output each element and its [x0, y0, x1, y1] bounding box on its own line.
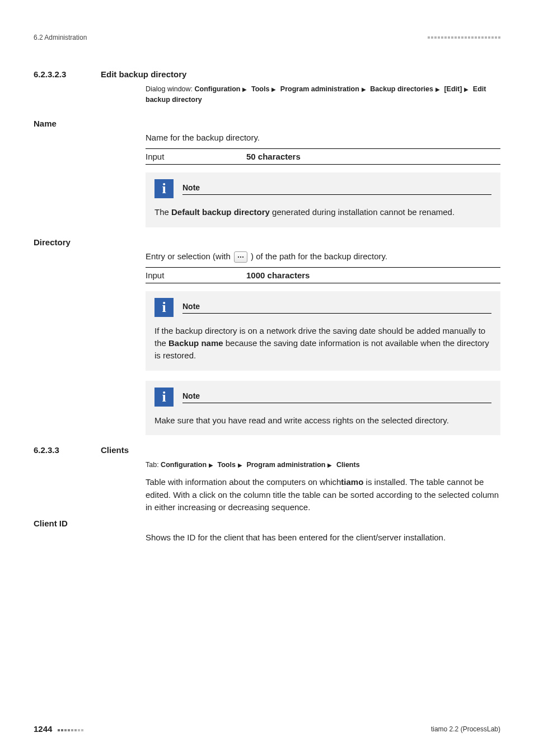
note-text-post: generated during installation cannot be … [270, 207, 455, 217]
dialog-window-path: Dialog window: Configuration▶ Tools▶ Pro… [146, 84, 500, 105]
product-name: tiamo 2.2 (ProcessLab) [431, 725, 500, 733]
triangle-icon: ▶ [433, 86, 442, 92]
name-description: Name for the backup directory. [146, 132, 500, 144]
info-icon-glyph: i [162, 390, 166, 404]
clients-body-bold: tiamo [341, 477, 363, 487]
note-box: i Note The Default backup directory gene… [146, 172, 500, 227]
tab-crumb-1: Tools [218, 461, 236, 469]
decorative-dots-icon [428, 36, 500, 39]
client-id-body: Shows the ID for the client that has bee… [146, 531, 500, 544]
info-icon: i [154, 298, 174, 317]
page-footer: 1244 tiamo 2.2 (ProcessLab) [34, 724, 500, 734]
input-spec-row: Input 1000 characters [146, 267, 500, 283]
triangle-icon: ▶ [359, 86, 368, 92]
note-body: If the backup directory is on a network … [154, 325, 491, 361]
input-spec-value: 50 characters [246, 152, 301, 161]
client-id-heading: Client ID [34, 519, 500, 528]
info-icon-glyph: i [162, 181, 166, 196]
directory-heading: Directory [34, 237, 500, 247]
section-title: Edit backup directory [101, 69, 186, 79]
directory-subsection: Directory Entry or selection (with ) of … [34, 237, 500, 436]
client-id-subsection: Client ID Shows the ID for the client th… [34, 519, 500, 544]
document-page: 6.2 Administration 6.2.3.2.3 Edit backup… [0, 0, 534, 756]
note-text-bold: Default backup directory [171, 207, 270, 217]
triangle-icon: ▶ [269, 86, 278, 92]
section-heading-row: 6.2.3.2.3 Edit backup directory [34, 69, 500, 80]
directory-description: Entry or selection (with ) of the path f… [146, 250, 500, 263]
triangle-icon: ▶ [325, 462, 334, 468]
note-title: Note [182, 391, 200, 400]
directory-desc-post: ) of the path for the backup directory. [251, 251, 387, 261]
tab-intro: Tab: [146, 461, 161, 469]
name-subsection: Name Name for the backup directory. Inpu… [34, 119, 500, 227]
note-box: i Note Make sure that you have read and … [146, 381, 500, 436]
input-spec-value: 1000 characters [246, 270, 310, 280]
footer-left: 1244 [34, 724, 83, 734]
triangle-icon: ▶ [462, 86, 471, 92]
name-heading: Name [34, 119, 500, 128]
input-spec-label: Input [146, 152, 246, 161]
crumb-0: Configuration [195, 85, 241, 93]
info-icon-glyph: i [162, 300, 166, 315]
browse-button-icon [234, 251, 247, 263]
tab-crumb-0: Configuration [161, 461, 207, 469]
tab-crumb-3: Clients [336, 461, 360, 469]
input-spec-label: Input [146, 270, 246, 280]
section-number: 6.2.3.2.3 [34, 69, 66, 79]
note-text-pre: The [154, 207, 171, 217]
crumb-3: Backup directories [370, 85, 433, 93]
section-heading-row: 6.2.3.3 Clients [34, 445, 500, 455]
section-number: 6.2.3.3 [34, 445, 59, 455]
triangle-icon: ▶ [236, 462, 245, 468]
running-head-text: 6.2 Administration [34, 34, 87, 41]
tab-path: Tab: Configuration▶ Tools▶ Program admin… [146, 460, 500, 470]
crumb-1: Tools [251, 85, 269, 93]
info-icon: i [154, 179, 174, 198]
running-head: 6.2 Administration [34, 34, 500, 41]
info-icon: i [154, 388, 174, 407]
note-body: Make sure that you have read and write a… [154, 414, 491, 427]
tab-crumb-2: Program administration [246, 461, 325, 469]
triangle-icon: ▶ [207, 462, 216, 468]
section-title: Clients [101, 445, 129, 455]
crumb-4: [Edit] [444, 85, 462, 93]
page-number: 1244 [34, 724, 52, 734]
clients-body: Table with information about the compute… [146, 476, 500, 514]
clients-body-pre: Table with information about the compute… [146, 477, 341, 487]
note-body: The Default backup directory generated d… [154, 206, 491, 218]
crumb-2: Program administration [280, 85, 359, 93]
directory-desc-pre: Entry or selection (with [146, 251, 233, 261]
note-title: Note [182, 183, 200, 192]
note-box: i Note If the backup directory is on a n… [146, 291, 500, 370]
note-title: Note [182, 302, 200, 311]
triangle-icon: ▶ [240, 86, 249, 92]
note1-text-bold: Backup name [168, 338, 223, 348]
decorative-dots-icon [58, 729, 83, 731]
dialog-intro: Dialog window: [146, 85, 195, 93]
input-spec-row: Input 50 characters [146, 148, 500, 165]
